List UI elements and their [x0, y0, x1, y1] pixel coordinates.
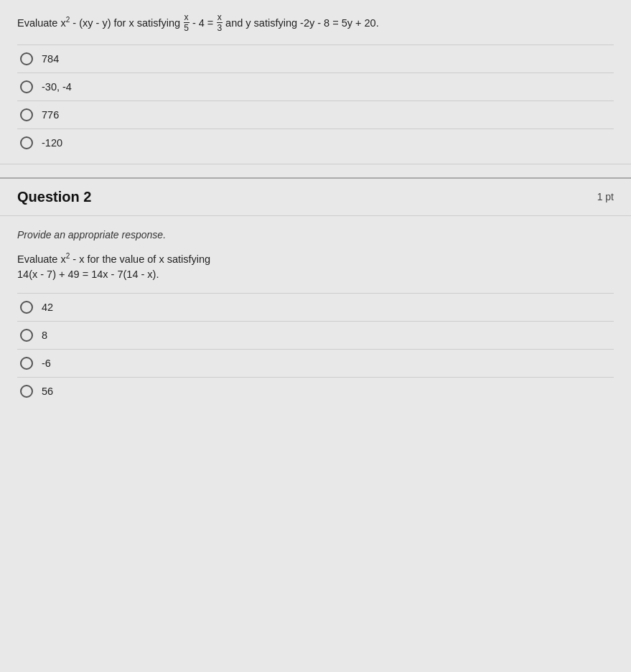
option-q2-a-label: 42 [42, 302, 53, 313]
question2-text: Evaluate x2 - x for the value of x satis… [17, 251, 614, 283]
radio-q1-c[interactable] [20, 108, 33, 121]
spacer1 [0, 164, 631, 177]
question2-header: Question 2 1 pt [0, 177, 631, 216]
radio-q1-d[interactable] [20, 136, 33, 149]
question2-points: 1 pt [597, 191, 614, 202]
option-q1-c-label: 776 [42, 109, 59, 121]
option-q1-a-label: 784 [42, 53, 59, 65]
option-q1-d[interactable]: -120 [17, 129, 614, 157]
option-q2-c[interactable]: -6 [17, 349, 614, 377]
fraction2: x 3 [216, 12, 223, 34]
option-q2-b-label: 8 [42, 330, 47, 341]
option-q2-b[interactable]: 8 [17, 321, 614, 349]
option-q2-a[interactable]: 42 [17, 293, 614, 321]
radio-q2-a[interactable] [20, 301, 33, 314]
question1-options: 784 -30, -4 776 -120 [17, 45, 614, 157]
fraction2-numerator: x [217, 12, 223, 23]
question2-title: Question 2 [17, 189, 91, 205]
option-q1-b-label: -30, -4 [42, 81, 72, 93]
radio-q1-b[interactable] [20, 80, 33, 93]
option-q2-d[interactable]: 56 [17, 377, 614, 405]
radio-q1-a[interactable] [20, 52, 33, 65]
question1-block: Evaluate x2 - (xy - y) for x satisfying … [0, 0, 631, 164]
page: Evaluate x2 - (xy - y) for x satisfying … [0, 0, 631, 672]
radio-q2-b[interactable] [20, 329, 33, 342]
option-q1-d-label: -120 [42, 137, 62, 149]
option-q2-d-label: 56 [42, 386, 53, 397]
fraction1-denominator: 5 [183, 23, 190, 33]
question2-options: 42 8 -6 56 [17, 293, 614, 405]
fraction1: x 5 [183, 12, 190, 34]
question2-block: Provide an appropriate response. Evaluat… [0, 216, 631, 412]
question1-text: Evaluate x2 - (xy - y) for x satisfying … [17, 13, 614, 34]
option-q1-c[interactable]: 776 [17, 101, 614, 129]
radio-q2-d[interactable] [20, 385, 33, 398]
option-q1-a[interactable]: 784 [17, 45, 614, 73]
option-q1-b[interactable]: -30, -4 [17, 73, 614, 101]
provide-text: Provide an appropriate response. [17, 229, 614, 241]
radio-q2-c[interactable] [20, 357, 33, 370]
fraction2-denominator: 3 [216, 23, 223, 33]
option-q2-c-label: -6 [42, 358, 51, 369]
fraction1-numerator: x [184, 12, 190, 23]
